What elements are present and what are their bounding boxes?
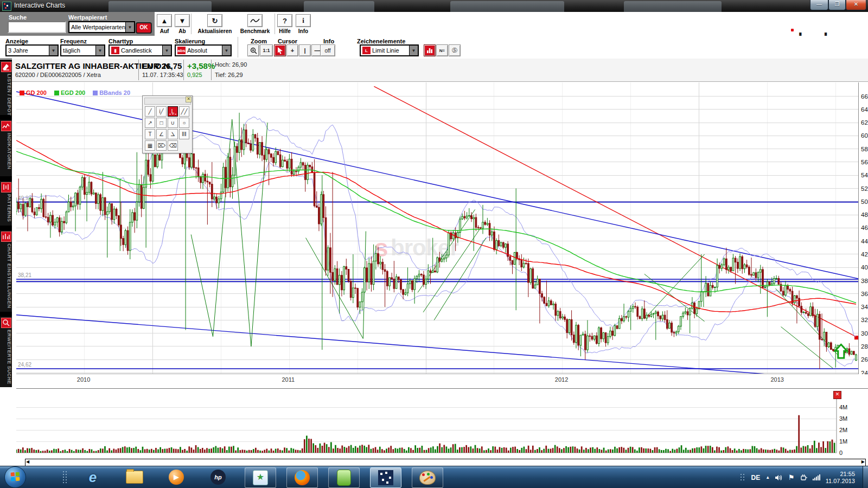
parallel-lines-tool[interactable]: ╱╱ (179, 106, 189, 117)
scroll-left-icon[interactable]: ◀ (26, 459, 29, 464)
star-app-icon[interactable]: ★ (245, 467, 276, 488)
network-icon[interactable] (813, 474, 820, 480)
sidebar-tab-erweiterte-suche[interactable]: ERWEITERTE SUCHE (0, 317, 12, 387)
wertpapierart-select[interactable]: Alle Wertpapierarten ▼ (68, 21, 135, 33)
candle-body (726, 259, 727, 269)
palette-close-icon[interactable]: ✕ (186, 97, 192, 102)
ok-button[interactable]: OK (136, 22, 152, 34)
scroll-right-icon[interactable]: ▶ (861, 459, 865, 464)
candle-body (41, 199, 42, 209)
chevron-down-icon[interactable]: ▼ (95, 46, 104, 55)
volume-bar (521, 448, 522, 453)
volume-chart[interactable]: 4M3M2M1M0 (16, 389, 868, 458)
vertical-lines-tool[interactable]: ‖‖ (179, 129, 189, 139)
ellipse-tool[interactable]: ○ (179, 118, 189, 128)
sidebar-tab-patterns[interactable]: PATTERNS (0, 181, 12, 226)
hidden-icons-icon[interactable]: ▲ (765, 475, 770, 480)
y-axis-tick-label: 24 (861, 370, 868, 374)
eraser-line-tool[interactable]: ⌦ (156, 140, 167, 151)
candle-body (548, 301, 550, 306)
clock[interactable]: 21:55 11.07.2013 (826, 471, 855, 485)
sidebar-tab-listen-depot[interactable]: LISTEN / DEPOT (0, 61, 12, 115)
volume-bar (470, 446, 471, 453)
media-player-icon[interactable]: ▶ (161, 467, 192, 487)
candle-body (270, 154, 272, 157)
drawing-tools-palette[interactable]: ✕ ╱i╱L╱╱↗□∪○T∠∠‖‖▦⌦⌫ (142, 95, 193, 153)
charttyp-select[interactable]: ▮ Candlestick▼ (108, 44, 172, 56)
anzeige-select[interactable]: 3 Jahre▼ (5, 44, 59, 56)
candle-body (309, 165, 311, 167)
volume-icon[interactable] (775, 474, 783, 481)
limit-line-tool[interactable]: L (168, 106, 178, 117)
skalierung-select[interactable]: abs Absolut▼ (175, 44, 232, 56)
x-axis: 2010201120122013 (16, 375, 868, 386)
text-tool[interactable]: T (145, 129, 155, 139)
flag-icon[interactable]: ⚑ (788, 473, 795, 481)
volume-indicator-button[interactable] (424, 44, 436, 56)
close-button[interactable]: ✕ (846, 0, 866, 10)
restore-button[interactable]: ❐ (828, 0, 846, 10)
hilfe-button[interactable]: ?Hilfe (276, 14, 294, 34)
fan-up-tool[interactable]: ∠ (156, 129, 167, 139)
sidebar-tab-indikatoren[interactable]: INDIKATOREN (0, 120, 12, 176)
internet-explorer-icon[interactable]: e (78, 467, 108, 487)
zeichenelemente-select[interactable]: L Limit Linie▼ (360, 44, 419, 56)
cursor-crosshair-button[interactable]: + (286, 44, 298, 56)
start-button[interactable] (4, 466, 26, 488)
chart-app-icon[interactable] (370, 467, 401, 488)
arrow-tool[interactable]: ↗ (145, 118, 155, 128)
aktualisieren-button[interactable]: ↻Aktualisieren (195, 14, 234, 34)
benchmark-button[interactable]: Benchmark (235, 14, 275, 34)
minimize-button[interactable]: — (810, 0, 828, 10)
grid-tool[interactable]: ▦ (145, 140, 155, 151)
volume-tick-label: 0 (839, 450, 843, 456)
auf-button[interactable]: ▲Auf (157, 14, 171, 34)
search-input[interactable] (8, 21, 66, 33)
show-desktop-button[interactable] (863, 466, 868, 488)
news-events-button[interactable]: N≡ (436, 44, 448, 56)
arc-tool[interactable]: ∪ (168, 118, 178, 128)
trend-line-tool[interactable]: ╱ (145, 106, 155, 117)
rectangle-tool[interactable]: □ (156, 118, 167, 128)
chevron-down-icon[interactable]: ▼ (162, 46, 171, 55)
hp-icon[interactable]: hp (203, 467, 233, 487)
volume-pane[interactable]: 4M3M2M1M0 ✕ (16, 388, 868, 458)
ab-button[interactable]: ▼Ab (175, 14, 189, 34)
chevron-down-icon[interactable]: ▼ (409, 46, 418, 55)
volume-bar (829, 441, 831, 453)
candle-body (641, 309, 643, 319)
candle-body (826, 332, 827, 346)
volume-close-icon[interactable]: ✕ (833, 391, 841, 399)
taskbar-grip[interactable] (63, 471, 67, 488)
language-indicator[interactable]: DE (751, 474, 761, 481)
chevron-down-icon[interactable]: ▼ (49, 46, 58, 55)
chevron-down-icon[interactable]: ▼ (222, 46, 231, 55)
cursor-pointer-button[interactable] (274, 44, 286, 56)
palette-title-bar[interactable] (144, 98, 191, 105)
explorer-folder-icon[interactable] (119, 467, 150, 487)
zoom-in-button[interactable] (247, 44, 259, 56)
chevron-down-icon[interactable]: ▼ (125, 22, 134, 32)
sidebar-tab-chart-einstellungen[interactable]: CHART EINSTELLUNGEN (0, 230, 12, 312)
trend-line[interactable] (16, 315, 858, 374)
fan-down-tool[interactable]: ∠ (168, 129, 178, 139)
cursor-vline-button[interactable]: | (299, 44, 311, 56)
info-off-button[interactable]: off (320, 44, 335, 56)
tray-grip[interactable] (741, 474, 745, 481)
info-line-tool[interactable]: i╱ (156, 106, 167, 117)
horizontal-scrollbar[interactable]: ◀ ▶ (25, 459, 866, 466)
volume-bar (222, 448, 224, 453)
zoom-1to1-button[interactable]: 1:1 (260, 44, 273, 56)
eject-icon[interactable] (800, 474, 807, 481)
y-axis-tick-label: 60 (861, 132, 868, 139)
paint-app-icon[interactable] (412, 467, 443, 488)
splits-button[interactable]: Ⓢ (449, 44, 461, 56)
firefox-icon[interactable] (286, 467, 318, 488)
frequenz-select[interactable]: täglich▼ (60, 44, 105, 56)
sidebar-tab-label: INDIKATOREN (0, 133, 12, 169)
info-button[interactable]: iInfo (295, 14, 311, 34)
green-app-icon[interactable] (328, 467, 360, 488)
eraser-tool[interactable]: ⌫ (168, 140, 178, 151)
candle-body (39, 208, 40, 209)
candle-body (557, 311, 559, 315)
